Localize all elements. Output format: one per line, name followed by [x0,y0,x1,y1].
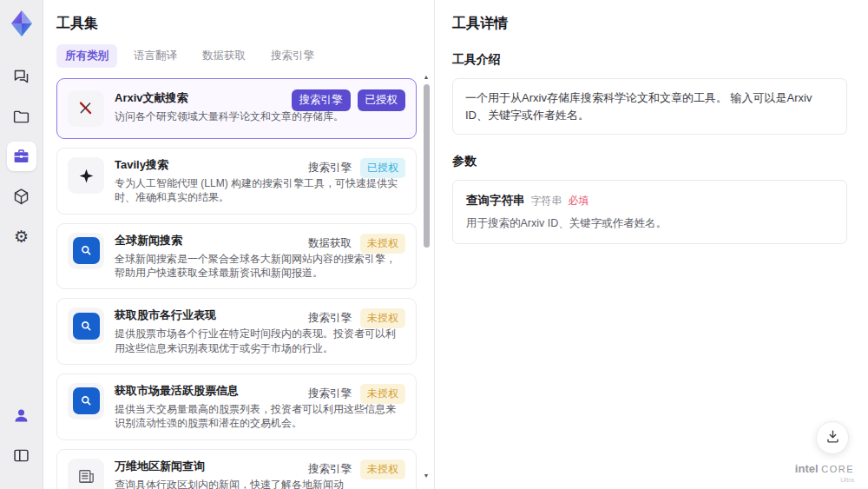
tool-detail-panel: 工具详情 工具介绍 一个用于从Arxiv存储库搜索科学论文和文章的工具。 输入可… [434,0,868,489]
auth-status-badge: 已授权 [358,89,406,111]
parameter-name: 查询字符串 [466,193,525,208]
scroll-down-icon[interactable]: ▼ [424,472,430,480]
parameter-type: 字符串 [531,194,562,208]
required-flag: 必填 [569,194,589,208]
tool-description: 提供当天交易量最高的股票列表，投资者可以利用这些信息来识别流动性强的股票和潜在的… [115,402,405,431]
detail-title: 工具详情 [452,15,847,33]
tab-data-fetch[interactable]: 数据获取 [194,44,254,68]
arxiv-icon [68,90,104,127]
tool-badges: 搜索引擎 未授权 [308,384,405,404]
tavily-star-icon [68,157,104,194]
tool-badges: 搜索引擎 未授权 [308,308,405,328]
scroll-up-icon[interactable]: ▲ [424,73,430,82]
magnifier-icon [73,237,100,264]
list-scrollbar[interactable]: ▲ ▼ [421,73,431,480]
brand-core: core [821,464,854,474]
category-badge: 搜索引擎 [292,89,351,111]
intro-heading: 工具介绍 [452,52,847,68]
intel-core-logo: intel core Ultra [795,460,854,484]
auth-status-badge: 未授权 [360,459,405,479]
tool-intro-box: 一个用于从Arxiv存储库搜索科学论文和文章的工具。 输入可以是Arxiv ID… [452,78,847,135]
nav-packages-button[interactable] [7,182,36,211]
nav-files-button[interactable] [7,102,36,131]
app-logo-icon[interactable] [6,8,37,39]
tool-card-arxiv[interactable]: Arxiv文献搜索 访问各个研究领域大量科学论文和文章的存储库。 搜索引擎 已授… [56,78,417,139]
tool-card-global-news[interactable]: 全球新闻搜索 全球新闻搜索是一个聚合全球各大新闻网站内容的搜索引擎，帮助用户快速… [56,223,417,290]
category-label: 数据获取 [308,236,352,251]
params-heading: 参数 [452,154,847,169]
nav-toolbox-button[interactable] [7,142,36,171]
tool-badges: 数据获取 未授权 [308,234,405,254]
parameter-header: 查询字符串 字符串 必填 [466,193,833,208]
search-tool-icon [68,307,104,344]
category-label: 搜索引擎 [308,161,352,175]
magnifier-icon [73,313,100,340]
tab-language-translation[interactable]: 语言翻译 [125,44,186,68]
tool-list-panel: 工具集 所有类别 语言翻译 数据获取 搜索引擎 Arxiv文献搜索 访问 [43,0,434,489]
tool-badges: 搜索引擎 已授权 [308,158,405,178]
category-label: 搜索引擎 [308,462,352,477]
panel-toggle-icon [12,446,30,465]
tool-card-sector-performance[interactable]: 获取股市各行业表现 提供股票市场各个行业在特定时间段内的表现。投资者可以利用这些… [56,298,417,365]
tool-intro-text: 一个用于从Arxiv存储库搜索科学论文和文章的工具。 输入可以是Arxiv ID… [465,91,812,122]
user-account-button[interactable] [7,400,36,430]
tool-card-regional-news[interactable]: 万维地区新闻查询 查询具体行政区划内的新闻，快速了解各地新闻动 搜索引擎 未授权 [56,449,417,489]
tool-card-list: Arxiv文献搜索 访问各个研究领域大量科学论文和文章的存储库。 搜索引擎 已授… [56,78,417,489]
download-icon [825,428,841,447]
category-label: 搜索引擎 [308,311,352,326]
parameter-description: 用于搜索的Arxiv ID、关键字或作者姓名。 [466,216,833,231]
category-tabs: 所有类别 语言翻译 数据获取 搜索引擎 [56,44,417,68]
auth-status-badge: 未授权 [360,384,405,404]
newspaper-icon [68,459,104,489]
search-tool-icon [68,233,104,269]
auth-status-badge: 已授权 [360,158,405,178]
folder-icon [12,108,30,126]
briefcase-icon [12,148,30,166]
category-label: 搜索引擎 [308,387,352,401]
parameter-card: 查询字符串 字符串 必填 用于搜索的Arxiv ID、关键字或作者姓名。 [452,180,847,244]
tool-badges: 搜索引擎 已授权 [292,89,406,111]
tool-description: 全球新闻搜索是一个聚合全球各大新闻网站内容的搜索引擎，帮助用户快速获取全球最新资… [115,252,405,281]
brand-intel: intel [795,462,819,475]
tool-description: 查询具体行政区划内的新闻，快速了解各地新闻动 [115,478,344,489]
nav-chat-button[interactable] [7,62,36,91]
nav-rail: ⚙ [0,0,43,489]
tool-description: 访问各个研究领域大量科学论文和文章的存储库。 [115,109,344,123]
auth-status-badge: 未授权 [360,308,405,328]
tool-description: 专为人工智能代理 (LLM) 构建的搜索引擎工具，可快速提供实时、准确和真实的结… [115,176,405,205]
auth-status-badge: 未授权 [360,234,405,254]
scrollbar-thumb[interactable] [424,84,430,248]
download-button[interactable] [816,421,849,454]
tool-card-most-active-stocks[interactable]: 获取市场最活跃股票信息 提供当天交易量最高的股票列表，投资者可以利用这些信息来识… [56,373,417,440]
cube-icon [12,188,30,206]
app-window: ⚙ 工具集 所有类别 语言翻译 数据获取 搜索引擎 [0,0,868,489]
user-icon [12,406,30,425]
chat-icon [12,68,30,86]
tool-badges: 搜索引擎 未授权 [308,459,405,479]
search-tool-icon [68,383,104,420]
collapse-panel-button[interactable] [7,440,36,470]
tool-description: 提供股票市场各个行业在特定时间段内的表现。投资者可以利用这些信息来识别表现优于或… [115,327,405,355]
page-title: 工具集 [56,15,417,33]
tab-search-engine[interactable]: 搜索引擎 [262,44,323,68]
brand-ultra: Ultra [795,476,854,484]
settings-gear-icon: ⚙ [14,228,29,245]
tab-all-categories[interactable]: 所有类别 [56,44,117,68]
magnifier-icon [73,387,100,414]
tool-card-tavily[interactable]: Tavily搜索 专为人工智能代理 (LLM) 构建的搜索引擎工具，可快速提供实… [56,148,417,215]
nav-settings-button[interactable]: ⚙ [7,221,36,251]
